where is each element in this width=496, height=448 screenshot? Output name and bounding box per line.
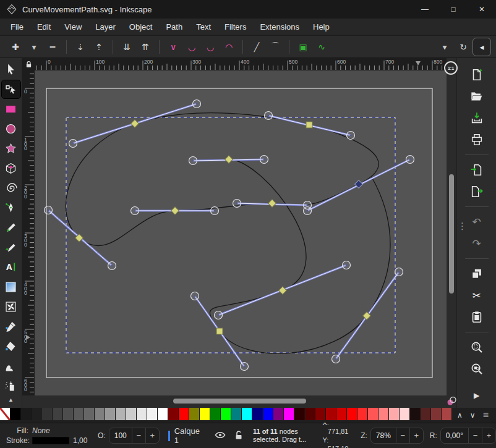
palette-swatch[interactable] [305,408,315,420]
calligraphy-tool[interactable] [2,239,20,256]
fill-value[interactable]: None [32,426,73,435]
palette-swatch[interactable] [252,408,263,420]
layer-name[interactable]: Calque 1 [174,426,206,445]
menu-view[interactable]: View [58,19,88,35]
zoom-value[interactable]: 78% [371,431,396,440]
minimize-button[interactable]: — [411,0,439,19]
undo-button[interactable]: ↶ [466,213,487,231]
ellipse-tool[interactable] [2,120,20,138]
menu-file[interactable]: File [4,19,30,35]
rotation-value[interactable]: 0,00° [441,431,468,440]
palette-swatch[interactable] [105,408,116,420]
vertical-scrollbar[interactable] [447,70,456,395]
palette-swatch[interactable] [168,408,179,420]
toolbox-overflow-button[interactable]: ▲ [8,397,14,403]
quick-zoom-badge[interactable]: 1:1 [444,61,458,75]
close-button[interactable]: ✕ [468,0,496,19]
rotation-decrease-button[interactable]: − [468,428,482,443]
import-image-button[interactable] [466,161,487,179]
stroke-width-value[interactable]: 1,00 [73,436,92,445]
rectangle-tool[interactable] [2,100,20,118]
mesh-tool[interactable] [2,298,20,316]
palette-swatch[interactable] [273,408,284,420]
corner-node-button[interactable]: ∨ [164,38,182,56]
layer-visibility-toggle[interactable] [215,431,226,441]
menu-help[interactable]: Help [306,19,336,35]
new-document-button[interactable] [466,66,487,84]
pencil-tool[interactable] [2,219,20,237]
palette-swatch[interactable] [315,408,326,420]
palette-swatch[interactable] [21,408,32,420]
palette-scroll-down-button[interactable]: ∨ [470,411,476,420]
spray-tool[interactable] [2,377,20,395]
show-panel-button[interactable]: ▶ [466,386,487,405]
save-document-button[interactable] [466,109,487,127]
palette-swatch[interactable] [410,408,421,420]
zoom-increase-button[interactable]: + [409,428,423,443]
menu-extensions[interactable]: Extensions [253,19,306,35]
palette-swatch[interactable] [126,408,137,420]
opacity-decrease-button[interactable]: − [132,428,145,443]
node-tool[interactable] [2,80,20,98]
snap-toggle-button[interactable]: ↻ [454,38,472,56]
palette-swatch[interactable] [284,408,294,420]
zoom-decrease-button[interactable]: − [396,428,409,443]
palette-swatch[interactable] [263,408,273,420]
palette-swatch[interactable] [158,408,168,420]
palette-swatch[interactable] [336,408,347,420]
cut-button[interactable]: ✂ [466,286,487,305]
palette-swatch[interactable] [231,408,242,420]
palette-swatch[interactable] [53,408,63,420]
horizontal-ruler[interactable]: 0100200300400500600700800 [35,58,447,70]
opacity-value[interactable]: 100 [109,431,132,440]
symmetric-node-button[interactable]: ◡ [201,38,220,56]
panel-drag-handle[interactable]: ⋮ [458,224,467,228]
palette-swatch[interactable] [357,408,368,420]
selector-tool[interactable] [2,61,20,78]
delete-segment-button[interactable]: ⇈ [136,38,155,56]
palette-scroll-up-button[interactable]: ∧ [457,411,463,420]
text-tool[interactable]: A [2,258,20,276]
stroke-swatch[interactable] [32,437,69,444]
palette-swatch[interactable] [137,408,147,420]
horizontal-scrollbar[interactable] [35,395,447,407]
units-dropdown[interactable]: ▾ [435,38,454,56]
palette-swatch[interactable] [116,408,126,420]
palette-swatch[interactable] [95,408,105,420]
rotation-increase-button[interactable]: + [482,428,495,443]
palette-swatch[interactable] [210,408,221,420]
zoom-drawing-button[interactable] [466,360,487,378]
menu-object[interactable]: Object [122,19,160,35]
palette-swatch[interactable] [84,408,95,420]
palette-swatch[interactable] [242,408,252,420]
curve-segment-button[interactable]: ⌒ [266,38,284,56]
star-tool[interactable] [2,140,20,158]
menu-filters[interactable]: Filters [218,19,253,35]
layer-lock-toggle[interactable] [234,430,243,442]
collapse-snap-toolbar-button[interactable]: ◂ [472,38,491,56]
zoom-selection-button[interactable] [466,338,487,357]
export-image-button[interactable] [466,182,487,201]
palette-swatch-none[interactable] [0,408,11,420]
ruler-lock[interactable] [22,58,35,70]
color-managed-view-toggle[interactable] [447,395,456,407]
object-to-path-button[interactable]: ▣ [294,38,312,56]
canvas[interactable] [35,70,447,395]
pen-tool[interactable] [2,199,20,217]
line-segment-button[interactable]: ╱ [247,38,266,56]
palette-swatch[interactable] [179,408,189,420]
palette-swatch[interactable] [326,408,336,420]
gradient-tool[interactable] [2,278,20,296]
menu-edit[interactable]: Edit [30,19,58,35]
palette-swatch[interactable] [368,408,378,420]
join-nodes-button[interactable]: ⇣ [71,38,90,56]
path-node[interactable] [216,328,223,334]
redo-button[interactable]: ↷ [466,234,487,253]
palette-swatch[interactable] [200,408,210,420]
palette-swatch[interactable] [400,408,410,420]
palette-swatch[interactable] [294,408,305,420]
insert-node-button[interactable]: ✚ [6,38,25,56]
join-with-segment-button[interactable]: ⇊ [118,38,136,56]
insert-node-dropdown[interactable]: ▾ [25,38,43,56]
menu-layer[interactable]: Layer [88,19,122,35]
